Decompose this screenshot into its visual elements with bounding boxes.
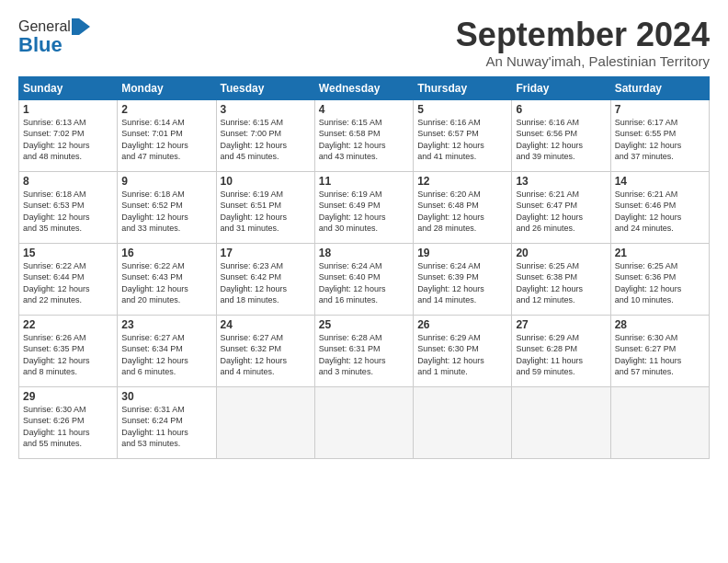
- day-info: Sunrise: 6:27 AMSunset: 6:34 PMDaylight:…: [121, 332, 211, 378]
- day-number: 10: [221, 175, 311, 188]
- col-header-thursday: Thursday: [414, 76, 512, 99]
- day-info: Sunrise: 6:16 AMSunset: 6:57 PMDaylight:…: [417, 117, 507, 163]
- col-header-saturday: Saturday: [610, 76, 709, 99]
- day-number: 8: [23, 175, 113, 188]
- day-number: 11: [319, 175, 409, 188]
- day-info: Sunrise: 6:26 AMSunset: 6:35 PMDaylight:…: [23, 332, 113, 378]
- day-info: Sunrise: 6:22 AMSunset: 6:43 PMDaylight:…: [121, 260, 211, 306]
- day-number: 3: [221, 103, 311, 116]
- day-info: Sunrise: 6:21 AMSunset: 6:46 PMDaylight:…: [615, 189, 705, 235]
- day-number: 28: [615, 318, 705, 331]
- day-info: Sunrise: 6:24 AMSunset: 6:40 PMDaylight:…: [319, 260, 409, 306]
- day-info: Sunrise: 6:22 AMSunset: 6:44 PMDaylight:…: [23, 260, 113, 306]
- day-info: Sunrise: 6:18 AMSunset: 6:53 PMDaylight:…: [23, 189, 113, 235]
- calendar-cell: 25Sunrise: 6:28 AMSunset: 6:31 PMDayligh…: [314, 315, 413, 386]
- calendar-cell: 28Sunrise: 6:30 AMSunset: 6:27 PMDayligh…: [610, 315, 709, 386]
- day-info: Sunrise: 6:19 AMSunset: 6:51 PMDaylight:…: [221, 189, 311, 235]
- col-header-sunday: Sunday: [19, 76, 118, 99]
- day-info: Sunrise: 6:16 AMSunset: 6:56 PMDaylight:…: [516, 117, 606, 163]
- calendar-row-4: 22Sunrise: 6:26 AMSunset: 6:35 PMDayligh…: [19, 315, 710, 386]
- day-info: Sunrise: 6:13 AMSunset: 7:02 PMDaylight:…: [23, 117, 113, 163]
- day-info: Sunrise: 6:23 AMSunset: 6:42 PMDaylight:…: [221, 260, 311, 306]
- logo: General Blue: [18, 17, 90, 57]
- calendar-cell: 29Sunrise: 6:30 AMSunset: 6:26 PMDayligh…: [19, 386, 118, 458]
- calendar-cell: 20Sunrise: 6:25 AMSunset: 6:38 PMDayligh…: [512, 243, 610, 315]
- day-info: Sunrise: 6:19 AMSunset: 6:49 PMDaylight:…: [319, 189, 409, 235]
- day-info: Sunrise: 6:14 AMSunset: 7:01 PMDaylight:…: [121, 117, 211, 163]
- day-info: Sunrise: 6:20 AMSunset: 6:48 PMDaylight:…: [417, 189, 507, 235]
- day-number: 16: [121, 247, 211, 259]
- day-info: Sunrise: 6:15 AMSunset: 7:00 PMDaylight:…: [221, 117, 311, 163]
- calendar-cell: 6Sunrise: 6:16 AMSunset: 6:56 PMDaylight…: [512, 99, 610, 171]
- day-info: Sunrise: 6:25 AMSunset: 6:36 PMDaylight:…: [615, 260, 705, 306]
- calendar-cell: 14Sunrise: 6:21 AMSunset: 6:46 PMDayligh…: [610, 171, 709, 243]
- day-number: 4: [319, 103, 409, 116]
- day-info: Sunrise: 6:17 AMSunset: 6:55 PMDaylight:…: [615, 117, 705, 163]
- day-number: 24: [221, 318, 311, 331]
- calendar-cell: 16Sunrise: 6:22 AMSunset: 6:43 PMDayligh…: [118, 243, 216, 315]
- calendar-cell: 13Sunrise: 6:21 AMSunset: 6:47 PMDayligh…: [512, 171, 610, 243]
- calendar-cell: 11Sunrise: 6:19 AMSunset: 6:49 PMDayligh…: [314, 171, 413, 243]
- header: General Blue September 2024 An Nuway'ima…: [18, 17, 710, 69]
- day-number: 13: [516, 175, 606, 188]
- calendar-cell: 9Sunrise: 6:18 AMSunset: 6:52 PMDaylight…: [118, 171, 216, 243]
- calendar-cell: 3Sunrise: 6:15 AMSunset: 7:00 PMDaylight…: [216, 99, 314, 171]
- calendar-cell: 8Sunrise: 6:18 AMSunset: 6:53 PMDaylight…: [19, 171, 118, 243]
- day-info: Sunrise: 6:21 AMSunset: 6:47 PMDaylight:…: [516, 189, 606, 235]
- calendar-cell: 21Sunrise: 6:25 AMSunset: 6:36 PMDayligh…: [610, 243, 709, 315]
- day-number: 2: [121, 103, 211, 116]
- calendar-cell: 27Sunrise: 6:29 AMSunset: 6:28 PMDayligh…: [512, 315, 610, 386]
- day-info: Sunrise: 6:30 AMSunset: 6:27 PMDaylight:…: [615, 332, 705, 378]
- day-info: Sunrise: 6:31 AMSunset: 6:24 PMDaylight:…: [121, 404, 211, 450]
- day-number: 21: [615, 247, 705, 259]
- calendar-row-3: 15Sunrise: 6:22 AMSunset: 6:44 PMDayligh…: [19, 243, 710, 315]
- header-row: SundayMondayTuesdayWednesdayThursdayFrid…: [19, 76, 710, 99]
- calendar-cell: [414, 386, 512, 458]
- subtitle: An Nuway'imah, Palestinian Territory: [456, 53, 710, 69]
- calendar-cell: 22Sunrise: 6:26 AMSunset: 6:35 PMDayligh…: [19, 315, 118, 386]
- col-header-wednesday: Wednesday: [314, 76, 413, 99]
- day-number: 14: [615, 175, 705, 188]
- day-info: Sunrise: 6:24 AMSunset: 6:39 PMDaylight:…: [417, 260, 507, 306]
- calendar-cell: 2Sunrise: 6:14 AMSunset: 7:01 PMDaylight…: [118, 99, 216, 171]
- day-number: 23: [121, 318, 211, 331]
- calendar-cell: 18Sunrise: 6:24 AMSunset: 6:40 PMDayligh…: [314, 243, 413, 315]
- calendar-cell: 30Sunrise: 6:31 AMSunset: 6:24 PMDayligh…: [118, 386, 216, 458]
- day-number: 9: [121, 175, 211, 188]
- day-number: 18: [319, 247, 409, 259]
- calendar-cell: [314, 386, 413, 458]
- calendar-cell: 4Sunrise: 6:15 AMSunset: 6:58 PMDaylight…: [314, 99, 413, 171]
- day-number: 29: [23, 390, 113, 403]
- calendar-cell: [216, 386, 314, 458]
- day-number: 25: [319, 318, 409, 331]
- day-info: Sunrise: 6:29 AMSunset: 6:28 PMDaylight:…: [516, 332, 606, 378]
- day-number: 15: [23, 247, 113, 259]
- calendar-cell: [610, 386, 709, 458]
- day-info: Sunrise: 6:27 AMSunset: 6:32 PMDaylight:…: [221, 332, 311, 378]
- day-number: 7: [615, 103, 705, 116]
- day-number: 30: [121, 390, 211, 403]
- calendar-table: SundayMondayTuesdayWednesdayThursdayFrid…: [18, 76, 710, 459]
- calendar-row-2: 8Sunrise: 6:18 AMSunset: 6:53 PMDaylight…: [19, 171, 710, 243]
- calendar-row-5: 29Sunrise: 6:30 AMSunset: 6:26 PMDayligh…: [19, 386, 710, 458]
- calendar-cell: 17Sunrise: 6:23 AMSunset: 6:42 PMDayligh…: [216, 243, 314, 315]
- day-number: 12: [417, 175, 507, 188]
- calendar-cell: 23Sunrise: 6:27 AMSunset: 6:34 PMDayligh…: [118, 315, 216, 386]
- calendar-cell: 26Sunrise: 6:29 AMSunset: 6:30 PMDayligh…: [414, 315, 512, 386]
- calendar-cell: 12Sunrise: 6:20 AMSunset: 6:48 PMDayligh…: [414, 171, 512, 243]
- day-number: 20: [516, 247, 606, 259]
- calendar-cell: 1Sunrise: 6:13 AMSunset: 7:02 PMDaylight…: [19, 99, 118, 171]
- month-title: September 2024: [456, 17, 710, 53]
- day-info: Sunrise: 6:18 AMSunset: 6:52 PMDaylight:…: [121, 189, 211, 235]
- day-number: 26: [417, 318, 507, 331]
- day-info: Sunrise: 6:15 AMSunset: 6:58 PMDaylight:…: [319, 117, 409, 163]
- calendar-cell: 24Sunrise: 6:27 AMSunset: 6:32 PMDayligh…: [216, 315, 314, 386]
- page: General Blue September 2024 An Nuway'ima…: [0, 0, 728, 468]
- day-number: 19: [417, 247, 507, 259]
- logo-bird-icon: [72, 17, 90, 37]
- day-number: 1: [23, 103, 113, 116]
- calendar-cell: 10Sunrise: 6:19 AMSunset: 6:51 PMDayligh…: [216, 171, 314, 243]
- calendar-cell: 19Sunrise: 6:24 AMSunset: 6:39 PMDayligh…: [414, 243, 512, 315]
- day-number: 5: [417, 103, 507, 116]
- col-header-friday: Friday: [512, 76, 610, 99]
